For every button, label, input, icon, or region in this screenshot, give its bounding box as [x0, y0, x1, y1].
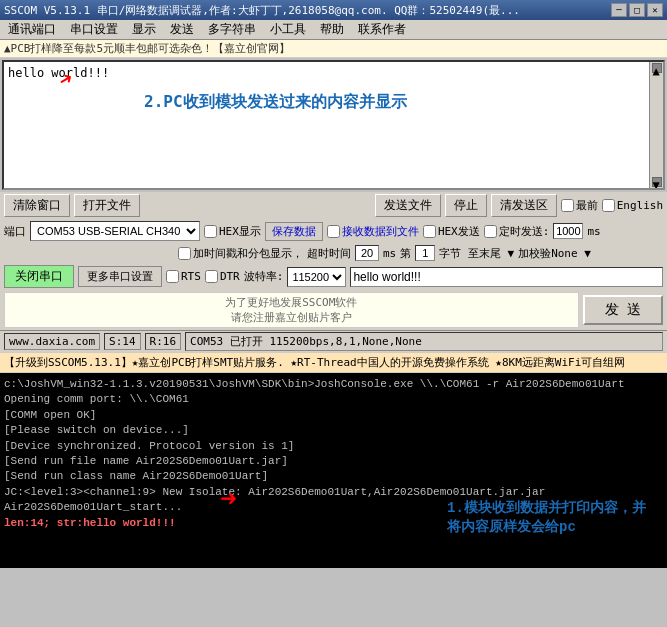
upgrade-text: 【升级到SSCOM5.13.1】★嘉立创PCB打样SMT贴片服务. ★RT-Th… [4, 356, 625, 369]
open-file-button[interactable]: 打开文件 [74, 194, 140, 217]
annotation-top-text: 2.PC收到模块发送过来的内容并显示 [144, 92, 407, 113]
time-share-label[interactable]: 加时间戳和分包显示， [178, 246, 303, 261]
receive-scrollbar[interactable]: ▲ ▼ [649, 62, 663, 188]
menu-duozifuchuan[interactable]: 多字符串 [202, 20, 262, 39]
time-share-checkbox[interactable] [178, 247, 191, 260]
pcb-banner: ▲PCB打样降至每款5元顺丰包邮可选杂色！【嘉立创官网】 [0, 40, 667, 58]
port-info-status: COM53 已打开 115200bps,8,1,None,None [185, 332, 663, 351]
console-line-1: Opening comm port: \\.\COM61 [4, 392, 663, 407]
arrow-bottom-icon: ➜ [220, 482, 237, 516]
pcb-banner-text: ▲PCB打样降至每款5元顺丰包邮可选杂色！【嘉立创官网】 [4, 41, 290, 56]
baud-label: 波特率: [244, 269, 284, 284]
status-bar: www.daxia.com S:14 R:16 COM53 已打开 115200… [0, 330, 667, 352]
ms-label-2: ms [383, 247, 396, 260]
close-button[interactable]: ✕ [647, 3, 663, 17]
timeout-label: 超时时间 [307, 246, 351, 261]
menu-bangzhu[interactable]: 帮助 [314, 20, 350, 39]
title-bar-controls: ─ □ ✕ [611, 3, 663, 17]
annotation-bottom-text: 1.模块收到数据并打印内容，并将内容原样发会给pc [447, 499, 647, 538]
promo-box: 为了更好地发展SSCOM软件 请您注册嘉立创贴片客户 [4, 292, 579, 328]
baud-select[interactable]: 115200 9600 19200 38400 57600 [287, 267, 346, 287]
title-bar-text: SSCOM V5.13.1 串口/网络数据调试器,作者:大虾丁丁,2618058… [4, 3, 611, 18]
settings-row-2: 加时间戳和分包显示， 超时时间 ms 第 字节 至末尾 ▼ 加校验None ▼ [0, 243, 667, 263]
r-value-status: R:16 [145, 333, 182, 350]
promo-line2: 请您注册嘉立创贴片客户 [9, 310, 574, 325]
toolbar-row: 清除窗口 打开文件 发送文件 停止 清发送区 最前 English [0, 192, 667, 219]
hex-display-label[interactable]: HEX显示 [204, 224, 261, 239]
ms-label: ms [587, 225, 600, 238]
menu-xianshi[interactable]: 显示 [126, 20, 162, 39]
send-input[interactable] [350, 267, 663, 287]
timer-send-label[interactable]: 定时发送: [484, 224, 550, 239]
hex-send-checkbox[interactable] [423, 225, 436, 238]
console-line-4: [Device synchronized. Protocol version i… [4, 439, 663, 454]
english-label[interactable]: English [602, 199, 663, 212]
title-bar: SSCOM V5.13.1 串口/网络数据调试器,作者:大虾丁丁,2618058… [0, 0, 667, 20]
scrollbar-up-arrow[interactable]: ▲ [652, 63, 662, 73]
send-file-button[interactable]: 发送文件 [375, 194, 441, 217]
hex-display-checkbox[interactable] [204, 225, 217, 238]
console-line-0: c:\JoshVM_win32-1.1.3.v20190531\JoshVM\S… [4, 377, 663, 392]
port-select[interactable]: COM53 USB-SERIAL CH340 [30, 221, 200, 241]
console-line-6: [Send run class name Air202S6Demo01Uart] [4, 469, 663, 484]
hex-send-label[interactable]: HEX发送 [423, 224, 480, 239]
scrollbar-down-arrow[interactable]: ▼ [652, 177, 662, 187]
timer-send-checkbox[interactable] [484, 225, 497, 238]
console-line-5: [Send run file name Air202S6Demo01Uart.j… [4, 454, 663, 469]
timeout-input[interactable] [355, 245, 379, 261]
menu-lianjie[interactable]: 联系作者 [352, 20, 412, 39]
page-input[interactable] [415, 245, 435, 261]
port-label: 端口 [4, 224, 26, 239]
s-value-status: S:14 [104, 333, 141, 350]
menu-fasong[interactable]: 发送 [164, 20, 200, 39]
page-label: 第 [400, 246, 411, 261]
menu-xiaogongju[interactable]: 小工具 [264, 20, 312, 39]
send-button[interactable]: 发 送 [583, 295, 663, 325]
more-ports-button[interactable]: 更多串口设置 [78, 266, 162, 287]
settings-row: 端口 COM53 USB-SERIAL CH340 HEX显示 保存数据 接收数… [0, 219, 667, 243]
dtr-label[interactable]: DTR [205, 270, 240, 283]
menu-bar: 通讯端口 串口设置 显示 发送 多字符串 小工具 帮助 联系作者 [0, 20, 667, 40]
rts-label[interactable]: RTS [166, 270, 201, 283]
upgrade-banner: 【升级到SSCOM5.13.1】★嘉立创PCB打样SMT贴片服务. ★RT-Th… [0, 352, 667, 373]
console-line-3: [Please switch on device...] [4, 423, 663, 438]
receive-area: hello world!!! ➜ 2.PC收到模块发送过来的内容并显示 ▲ ▼ [2, 60, 665, 190]
menu-tongxun[interactable]: 通讯端口 [2, 20, 62, 39]
last-checkbox-label[interactable]: 最前 [561, 198, 598, 213]
maximize-button[interactable]: □ [629, 3, 645, 17]
console-area: c:\JoshVM_win32-1.1.3.v20190531\JoshVM\S… [0, 373, 667, 568]
last-checkbox[interactable] [561, 199, 574, 212]
dtr-checkbox[interactable] [205, 270, 218, 283]
console-line-2: [COMM open OK] [4, 408, 663, 423]
receive-text: hello world!!! [4, 62, 663, 84]
website-status: www.daxia.com [4, 333, 100, 350]
menu-chuankou[interactable]: 串口设置 [64, 20, 124, 39]
open-port-button[interactable]: 关闭串口 [4, 265, 74, 288]
clear-send-area-button[interactable]: 清发送区 [491, 194, 557, 217]
send-row: 为了更好地发展SSCOM软件 请您注册嘉立创贴片客户 发 送 [0, 290, 667, 330]
byte-label: 字节 至末尾 ▼ [439, 246, 514, 261]
recv-file-checkbox[interactable] [327, 225, 340, 238]
console-line-7: JC:<level:3><channel:9> New Isolate: Air… [4, 485, 663, 500]
connection-row: 关闭串口 更多串口设置 RTS DTR 波特率: 115200 9600 192… [0, 263, 667, 290]
save-data-button[interactable]: 保存数据 [265, 222, 323, 241]
timer-value-input[interactable] [553, 223, 583, 239]
stop-button[interactable]: 停止 [445, 194, 487, 217]
verify-label: 加校验None ▼ [518, 246, 591, 261]
recv-file-label[interactable]: 接收数据到文件 [327, 224, 419, 239]
clear-window-button[interactable]: 清除窗口 [4, 194, 70, 217]
rts-checkbox[interactable] [166, 270, 179, 283]
english-checkbox[interactable] [602, 199, 615, 212]
promo-line1: 为了更好地发展SSCOM软件 [9, 295, 574, 310]
minimize-button[interactable]: ─ [611, 3, 627, 17]
